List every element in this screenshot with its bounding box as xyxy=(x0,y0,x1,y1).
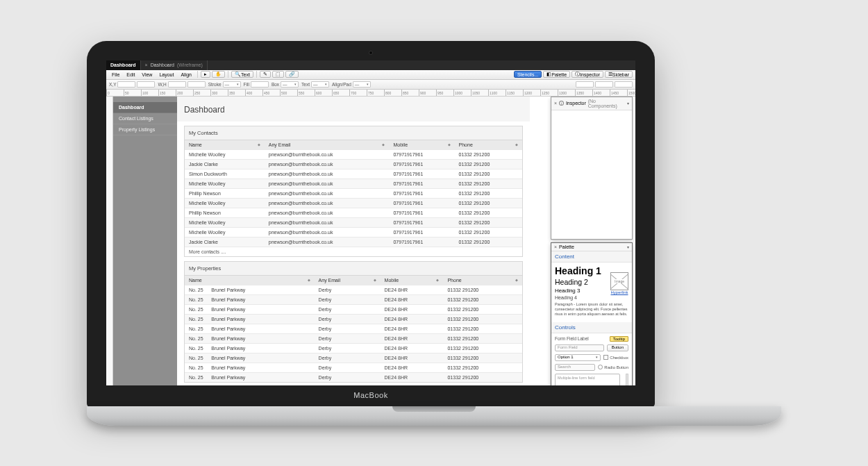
palette-select[interactable]: Option 1 xyxy=(555,354,601,361)
table-row[interactable]: Jackie Clarkepnewson@burnthebook.co.uk07… xyxy=(185,237,522,247)
table-cell: pnewson@burnthebook.co.uk xyxy=(265,198,390,208)
table-row[interactable]: No. 25 Brunel ParkwayDerbyDE24 8HR01332 … xyxy=(185,304,522,314)
palette-button[interactable]: Button xyxy=(607,344,628,351)
table-row[interactable]: No. 25 Brunel ParkwayDerbyDE24 8HR01332 … xyxy=(185,363,522,372)
prop-xy: X,Y xyxy=(109,81,155,88)
sidebar-toggle-button[interactable]: ☰ Sidebar xyxy=(605,71,633,78)
palette-paragraph[interactable]: Paragraph - Lorem ipsum dolor sit amet, … xyxy=(555,302,628,317)
table-row[interactable]: Michelle Woolleypnewson@burnthebook.co.u… xyxy=(185,227,522,237)
palette-radio[interactable]: Radio Button xyxy=(598,365,628,369)
extra-1[interactable] xyxy=(576,81,594,88)
tab-dashboard-wireframe[interactable]: × Dashboard (Wireframe) xyxy=(141,60,208,70)
menu-align[interactable]: Align xyxy=(178,72,194,77)
table-row[interactable]: Simon Duckworthpnewson@burnthebook.co.uk… xyxy=(185,169,522,178)
close-icon[interactable]: × xyxy=(554,244,557,249)
table-cell: Jackie Clarke xyxy=(185,237,265,247)
h-input[interactable] xyxy=(187,81,206,88)
zoom-tool-button[interactable]: 🔍 Text xyxy=(231,71,253,78)
palette-h2[interactable]: Heading 2 xyxy=(555,278,610,286)
column-header[interactable]: Name◆ xyxy=(185,140,265,149)
box-select[interactable]: — xyxy=(281,81,299,88)
table-row[interactable]: No. 25 Brunel ParkwayDerbyDE24 8HR01332 … xyxy=(185,285,522,294)
sidebar-item[interactable]: Dashboard xyxy=(113,102,177,113)
text-select[interactable]: — xyxy=(311,81,329,88)
pointer-tool-button[interactable]: ▸ xyxy=(201,71,210,78)
column-header[interactable]: Any Email◆ xyxy=(265,140,390,149)
palette-form-field[interactable]: Form Field xyxy=(555,344,604,351)
table-row[interactable]: Phillip Newsonpnewson@burnthebook.co.uk0… xyxy=(185,208,522,217)
menu-layout[interactable]: Layout xyxy=(156,72,176,77)
column-header[interactable]: Mobile◆ xyxy=(389,140,454,149)
table-cell: Derby xyxy=(315,343,381,353)
link-tool-button[interactable]: 🔗 xyxy=(285,71,299,78)
align-select[interactable]: — xyxy=(353,81,371,88)
y-input[interactable] xyxy=(137,81,155,88)
table-row[interactable]: Michelle Woolleypnewson@burnthebook.co.u… xyxy=(185,217,522,227)
chevron-down-icon[interactable]: ▾ xyxy=(627,101,629,106)
table-row[interactable]: Michelle Woolleypnewson@burnthebook.co.u… xyxy=(185,149,522,159)
table-row[interactable]: Phillip Newsonpnewson@burnthebook.co.uk0… xyxy=(185,188,522,198)
column-header[interactable]: Any Email◆ xyxy=(315,275,381,285)
column-header[interactable]: Phone◆ xyxy=(443,275,522,285)
table-row[interactable]: No. 25 Brunel ParkwayDerbyDE24 8HR01332 … xyxy=(185,294,522,304)
palette-h1[interactable]: Heading 1 xyxy=(555,265,610,276)
palette-toggle-button[interactable]: ◧ Palette xyxy=(543,71,570,78)
table-row[interactable]: No. 25 Brunel ParkwayDerbyDE24 8HR01332 … xyxy=(185,353,522,363)
prop-align: Align/Pad— xyxy=(332,81,371,88)
table-row[interactable]: No. 25 Brunel ParkwayDerbyDE24 8HR01332 … xyxy=(185,333,522,343)
close-icon[interactable]: × xyxy=(554,101,557,106)
table-cell: DE24 8HR xyxy=(381,333,444,343)
table-cell: pnewson@burnthebook.co.uk xyxy=(265,178,390,188)
tab-dashboard-active[interactable]: Dashboard xyxy=(106,60,141,70)
palette-hyperlink[interactable]: Hyperlink xyxy=(610,290,628,294)
table-row[interactable]: Michelle Woolleypnewson@burnthebook.co.u… xyxy=(185,178,522,188)
page-title: Dashboard xyxy=(177,97,530,122)
palette-h3[interactable]: Heading 3 xyxy=(555,288,610,294)
sidebar-item[interactable]: Contact Listings xyxy=(113,113,177,124)
inspector-panel[interactable]: × i Inspector (No Components) ▾ xyxy=(551,97,633,240)
table-row[interactable]: No. 25 Brunel ParkwayDerbyDE24 8HR01332 … xyxy=(185,343,522,353)
palette-form-label[interactable]: Form Field Label xyxy=(555,336,607,341)
palette-slider[interactable] xyxy=(626,374,628,385)
table-cell: 01332 291200 xyxy=(443,343,522,353)
extra-3[interactable] xyxy=(615,81,633,88)
palette-search[interactable]: Search xyxy=(555,364,595,371)
menu-edit[interactable]: Edit xyxy=(124,72,137,77)
palette-tooltip[interactable]: Tooltip xyxy=(610,336,628,342)
ruler-tick: 1300 xyxy=(558,90,567,97)
stencils-button[interactable]: Stencils... xyxy=(514,71,542,78)
table-cell: pnewson@burnthebook.co.uk xyxy=(265,227,390,237)
table-row[interactable]: No. 25 Brunel ParkwayDerbyDE24 8HR01332 … xyxy=(185,314,522,324)
pencil-tool-button[interactable]: ✎ xyxy=(260,71,271,78)
stroke-select[interactable]: — xyxy=(223,81,241,88)
x-input[interactable] xyxy=(117,81,135,88)
palette-textarea[interactable]: Multiple-line form field xyxy=(555,374,620,385)
chevron-down-icon[interactable]: ▾ xyxy=(627,244,629,249)
extra-2[interactable] xyxy=(595,81,613,88)
hand-tool-button[interactable]: ✋ xyxy=(212,71,225,78)
table-cell: 07971917961 xyxy=(389,178,454,188)
image-placeholder-icon[interactable]: Image xyxy=(610,272,628,290)
sidebar-item[interactable]: Property Listings xyxy=(113,124,177,135)
menu-view[interactable]: View xyxy=(139,72,155,77)
w-input[interactable] xyxy=(168,81,186,88)
table-row[interactable]: Jackie Clarkepnewson@burnthebook.co.uk07… xyxy=(185,159,522,169)
more-contacts-row[interactable]: More contacts .... xyxy=(185,247,522,256)
column-header[interactable]: Phone◆ xyxy=(455,140,522,149)
palette-h4[interactable]: Heading 4 xyxy=(555,295,610,300)
palette-panel[interactable]: × Palette ▾ Content Heading 1 Heading 2 … xyxy=(551,242,633,385)
table-row[interactable]: No. 25 Brunel ParkwayDerbyDE24 8HR01332 … xyxy=(185,372,522,382)
table-row[interactable]: Michelle Woolleypnewson@burnthebook.co.u… xyxy=(185,198,522,208)
palette-checkbox[interactable]: Checkbox xyxy=(603,355,628,360)
table-cell: Michelle Woolley xyxy=(185,227,265,237)
column-header[interactable]: Mobile◆ xyxy=(381,275,444,285)
table-row[interactable]: No. 25 Brunel ParkwayDerbyDE24 8HR01332 … xyxy=(185,324,522,333)
column-header[interactable]: Name◆ xyxy=(185,275,315,285)
fill-swatch[interactable] xyxy=(251,81,269,88)
inspector-toggle-button[interactable]: ⓘ Inspector xyxy=(571,71,603,78)
menu-file[interactable]: File xyxy=(109,72,122,77)
ruler-tick: 1200 xyxy=(523,90,532,97)
close-icon[interactable]: × xyxy=(145,63,148,67)
shape-tool-button[interactable]: ⬚ xyxy=(272,71,284,78)
canvas[interactable]: DashboardContact ListingsProperty Listin… xyxy=(113,97,635,385)
